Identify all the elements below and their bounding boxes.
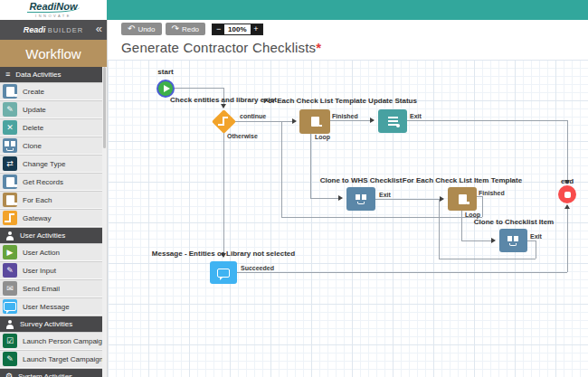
user-action-icon: ▶	[7, 249, 14, 257]
node-label-check-entities-gateway: Check entities and library exist	[170, 96, 277, 104]
document-icon	[6, 177, 14, 187]
stop-icon	[564, 192, 571, 198]
sidebar-item-launch-person-campaign[interactable]: ☑Launch Person Campaign	[0, 333, 102, 350]
redo-button[interactable]: ↷ Redo	[166, 23, 206, 35]
sidebar-item-get-records[interactable]: Get Records	[0, 174, 102, 191]
list-icon: ≡	[5, 71, 10, 79]
sidebar-item-gateway[interactable]: Gateway	[0, 210, 102, 227]
play-icon	[164, 85, 170, 92]
node-foreach-checklist-item-template[interactable]	[448, 187, 477, 211]
person-icon	[5, 231, 14, 240]
pencil-icon: ✎	[6, 267, 14, 275]
activity-icon-box: ▶	[3, 245, 17, 259]
pencil-icon: ✎	[6, 106, 14, 114]
sidebar-item-user-message[interactable]: User Message	[0, 298, 102, 316]
edge-segment-foreach-clit-finished-loopback	[281, 217, 482, 218]
sidebar-item-launch-target-campaign[interactable]: ✎Launch Target Campaign	[0, 351, 102, 368]
sidebar-item-send-email[interactable]: ✉Send Email	[0, 280, 102, 297]
document-icon	[459, 194, 467, 204]
node-label-start: start	[157, 68, 173, 76]
zoom-out-button[interactable]: −	[213, 24, 224, 34]
edge-segment-foreach-clit-loop	[461, 211, 462, 240]
brand-name: ReadiNow	[27, 2, 79, 13]
activity-icon-box: ✎	[3, 263, 17, 278]
sidebar-item-change-type[interactable]: ⇄Change Type	[0, 156, 102, 173]
activity-label: Gateway	[23, 214, 52, 222]
edge-arrow	[491, 238, 496, 243]
activity-icon-box	[3, 84, 17, 99]
undo-label: Undo	[138, 25, 155, 33]
edge-segment-foreach-clit-loop	[461, 240, 495, 241]
document-icon	[311, 117, 319, 127]
gateway-icon	[9, 213, 11, 222]
sidebar-section-data-activities[interactable]: ≡Data Activities	[0, 67, 102, 82]
activity-label: User Input	[23, 267, 56, 275]
sidebar: Readi BUILDER « Workflow ≡Data Activitie…	[0, 20, 107, 377]
sidebar-item-for-each[interactable]: For Each	[0, 192, 102, 209]
node-foreach-checklist-template[interactable]	[299, 109, 330, 134]
section-label: Survey Activities	[20, 320, 72, 328]
sidebar-item-create[interactable]: Create	[0, 83, 102, 100]
document-icon	[6, 195, 14, 205]
activity-label: Update	[23, 106, 46, 114]
zoom-level: 100%	[224, 24, 250, 34]
edge-segment-foreach-clit-finished-loopback	[482, 196, 483, 217]
activity-label: Create	[23, 88, 44, 96]
edge-arrow	[292, 118, 297, 124]
activity-label: Launch Target Campaign	[23, 355, 102, 363]
node-clone-to-checklist-item[interactable]	[499, 229, 527, 252]
node-label-end: end	[561, 177, 574, 185]
node-label-update-status: Update Status	[368, 97, 417, 105]
zoom-in-button[interactable]: +	[251, 24, 262, 34]
sidebar-section-system-activities[interactable]: ⚙System Activities	[0, 369, 102, 377]
message-icon	[217, 269, 230, 278]
node-update-status[interactable]	[378, 109, 407, 133]
node-label-foreach-checklist-template: For Each Check List Template	[263, 97, 366, 105]
node-end[interactable]	[558, 185, 576, 203]
person-icon	[5, 320, 14, 329]
node-label-message-not-selected: Message - Entities or Library not select…	[152, 250, 295, 258]
edge-label-succeeded: Succeeded	[241, 265, 274, 271]
activity-icon-box: ☑	[3, 334, 17, 348]
undo-button[interactable]: ↶ Undo	[121, 23, 162, 35]
activity-label: Get Records	[23, 178, 63, 186]
top-bar: ReadiNow INNOVATE	[0, 0, 588, 20]
brand-logo[interactable]: ReadiNow INNOVATE	[0, 0, 107, 20]
canvas-toolbar: ↶ Undo ↷ Redo − 100% +	[121, 23, 263, 35]
sidebar-item-delete[interactable]: ✕Delete	[0, 119, 102, 137]
edge-segment-gateway-continue	[234, 121, 296, 122]
node-start[interactable]	[156, 80, 175, 98]
edge-label-finished: Finished	[332, 113, 358, 119]
edge-segment-clone-cli-exit-loopback	[439, 259, 536, 259]
sidebar-section-survey-activities[interactable]: Survey Activities	[0, 316, 102, 332]
edge-segment-clone-whs-exit	[375, 199, 443, 200]
edge-label-loop: Loop	[465, 212, 480, 218]
edge-label-exit: Exit	[379, 192, 391, 198]
sidebar-item-user-input[interactable]: ✎User Input	[0, 262, 102, 279]
edge-label-exit: Exit	[410, 113, 422, 119]
edge-label-loop: Loop	[315, 134, 330, 140]
sidebar-section-user-activities[interactable]: User Activities	[0, 228, 102, 243]
activity-icon-box	[3, 138, 17, 153]
edge-segment-foreach-clit-finished-loopback	[281, 121, 282, 217]
brand-tagline: INNOVATE	[35, 14, 71, 18]
clone-icon	[5, 141, 16, 151]
edge-label-finished: Finished	[479, 190, 505, 196]
sidebar-item-user-action[interactable]: ▶User Action	[0, 244, 102, 261]
swap-icon: ⇄	[6, 160, 14, 168]
collapse-sidebar-icon[interactable]: «	[96, 22, 102, 36]
campaign-target-icon: ✎	[6, 355, 14, 363]
activity-label: Delete	[23, 124, 43, 132]
sidebar-item-clone[interactable]: Clone	[0, 137, 102, 155]
node-message-not-selected[interactable]	[210, 261, 237, 284]
section-label: User Activities	[20, 231, 65, 240]
activity-label: User Action	[23, 249, 60, 257]
section-label: Data Activities	[15, 71, 61, 79]
edge-segment-foreach-clt-loop	[310, 133, 311, 198]
sidebar-item-update[interactable]: ✎Update	[0, 101, 102, 118]
edge-segment-update-status-exit	[567, 120, 568, 184]
edge-arrow	[338, 195, 343, 201]
activity-label: Send Email	[23, 285, 60, 293]
scrollbar-thumb[interactable]	[103, 67, 106, 148]
node-clone-to-whs-checklist[interactable]	[346, 187, 375, 211]
